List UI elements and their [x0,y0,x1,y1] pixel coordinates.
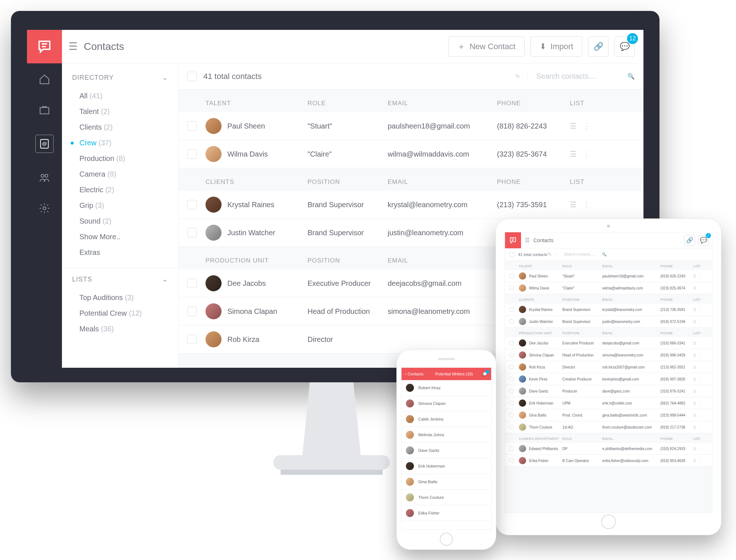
list-icon[interactable]: ☰ [693,353,696,357]
row-checkbox[interactable] [187,149,197,159]
phone-contact-row[interactable]: Dave Gantz [402,443,491,458]
tablet-messages-button[interactable]: 💬2 [698,235,709,246]
contact-row[interactable]: Wilma Davis"Claire"wilma@wilmaddavis.com… [179,140,643,168]
more-icon[interactable]: ⋮ [698,413,702,417]
new-contact-button[interactable]: ＋ New Contact [448,36,525,57]
nav-home[interactable] [39,74,50,85]
tablet-row-checkbox[interactable] [509,425,514,429]
tablet-select-all-checkbox[interactable] [509,252,514,257]
more-icon[interactable]: ⋮ [698,286,702,290]
tablet-row-checkbox[interactable] [509,286,514,290]
tablet-search-input[interactable] [564,252,600,256]
phone-contact-row[interactable]: Etika Fisher [402,505,491,521]
tablet-row-checkbox[interactable] [509,389,514,393]
sidebar-item-all[interactable]: All (41) [72,88,168,104]
tablet-row-checkbox[interactable] [509,377,514,381]
tablet-contact-row[interactable]: Edward PhilbanksDPe.philbanks@definemedi… [505,443,712,455]
tablet-edit-icon[interactable]: ✎ [547,251,552,258]
nav-settings[interactable] [39,202,50,214]
list-icon[interactable]: ☰ [693,341,696,345]
sidebar-lists-header[interactable]: LISTS ⌄ [72,275,168,283]
list-icon[interactable]: ☰ [570,150,576,158]
phone-contact-row[interactable]: Thom Couture [402,490,491,505]
tablet-contact-row[interactable]: Justin WatcherBrand Supervisorjustin@lea… [505,316,712,328]
sidebar-list-meals[interactable]: Meals (36) [72,321,168,337]
row-checkbox[interactable] [187,307,197,316]
list-icon[interactable]: ☰ [693,459,696,463]
more-icon[interactable]: ⋮ [698,459,702,463]
tablet-contact-row[interactable]: Erika FisherB Cam Operatorerika.fisher@v… [505,455,712,467]
phone-contact-row[interactable]: Robert Kiraz [402,380,491,396]
phone-contact-row[interactable]: Erik Hoberman [402,458,491,474]
phone-contact-row[interactable]: Melinda Johns [402,427,491,443]
sidebar-subitem-grip[interactable]: Grip (3) [72,198,168,213]
tablet-search-icon[interactable]: 🔍 [602,252,606,256]
tablet-contact-row[interactable]: Paul Sheen"Stuart"paulsheen18@gmail.com(… [505,270,712,282]
list-icon[interactable]: ☰ [693,413,696,417]
phone-contact-row[interactable]: Caleb Jenkins [402,411,491,427]
more-icon[interactable]: ⋮ [698,353,702,357]
row-checkbox[interactable] [187,279,197,288]
tablet-row-checkbox[interactable] [509,341,514,345]
sidebar-list-potential-crew[interactable]: Potential Crew (12) [72,305,168,321]
sidebar-subitem-show-more-[interactable]: Show More.. [72,229,168,245]
tablet-row-checkbox[interactable] [509,446,514,451]
contact-row[interactable]: Paul Sheen"Stuart"paulsheen18@gmail.com(… [179,112,643,140]
phone-contact-row[interactable]: Simona Clapan [402,396,491,411]
import-button[interactable]: ⬇ Import [531,36,582,57]
tablet-row-checkbox[interactable] [509,353,514,357]
phone-messages-button[interactable]: 💬 [482,372,488,376]
tablet-row-checkbox[interactable] [509,413,514,417]
row-checkbox[interactable] [187,228,197,237]
tablet-brand-logo[interactable] [505,232,521,248]
tablet-row-checkbox[interactable] [509,458,514,463]
tablet-contact-row[interactable]: Dee JacobsExecutive Producerdeejacobs@gm… [505,337,712,349]
contact-row[interactable]: Krystal RainesBrand Supervisorkrystal@le… [179,191,643,219]
more-icon[interactable]: ⋮ [583,122,590,130]
nav-projects[interactable] [39,104,50,116]
tablet-contact-row[interactable]: Erik HobermanUPMerik.h@voikle.com(562) 7… [505,397,712,409]
search-icon[interactable]: 🔍 [627,73,635,80]
phone-back-button[interactable]: ‹ Contacts [405,372,423,376]
more-icon[interactable]: ⋮ [583,200,590,209]
more-icon[interactable]: ⋮ [698,274,702,278]
sidebar-subitem-sound[interactable]: Sound (2) [72,213,168,229]
sidebar-directory-header[interactable]: DIRECTORY ⌄ [72,74,168,82]
more-icon[interactable]: ⋮ [698,377,702,381]
more-icon[interactable]: ⋮ [698,365,702,369]
row-checkbox[interactable] [187,335,197,344]
list-icon[interactable]: ☰ [570,200,576,209]
more-icon[interactable]: ⋮ [698,389,702,393]
tablet-contact-row[interactable]: Simona ClapanHead of Productionsimona@le… [505,349,712,361]
list-icon[interactable]: ☰ [693,308,696,312]
sidebar-item-crew[interactable]: Crew (37) [72,135,168,151]
tablet-contact-row[interactable]: Thom Couture1st ADthom.couture@studiocam… [505,421,712,433]
sidebar-list-top-auditions[interactable]: Top Auditions (3) [72,290,168,305]
tablet-home-button[interactable] [601,514,616,529]
list-icon[interactable]: ☰ [693,274,696,278]
list-icon[interactable]: ☰ [693,365,696,369]
more-icon[interactable]: ⋮ [583,150,590,158]
brand-logo[interactable] [27,30,62,63]
hamburger-menu-icon[interactable]: ☰ [62,40,84,52]
messages-button[interactable]: 💬 12 [614,36,635,57]
sidebar-subitem-camera[interactable]: Camera (8) [72,166,168,182]
list-icon[interactable]: ☰ [693,401,696,405]
tablet-contact-row[interactable]: Gina BailisProd. Coord.gina.bailis@seesm… [505,409,712,421]
phone-home-button[interactable] [440,533,453,546]
tablet-contact-row[interactable]: Dave GantzProducerdave@ganz.com(310) 876… [505,385,712,397]
list-icon[interactable]: ☰ [693,389,696,393]
tablet-row-checkbox[interactable] [509,401,514,405]
list-icon[interactable]: ☰ [693,286,696,290]
more-icon[interactable]: ⋮ [698,341,702,345]
tablet-contact-row[interactable]: Rob KirzaDirectorrob.kirza2007@gmail.com… [505,361,712,373]
list-icon[interactable]: ☰ [693,377,696,381]
row-checkbox[interactable] [187,200,197,209]
sidebar-item-extras[interactable]: Extras [72,245,168,260]
more-icon[interactable]: ⋮ [698,447,702,451]
list-icon[interactable]: ☰ [693,425,696,429]
tablet-row-checkbox[interactable] [509,307,514,312]
select-all-checkbox[interactable] [187,72,197,81]
tablet-row-checkbox[interactable] [509,274,514,278]
more-icon[interactable]: ⋮ [698,320,702,324]
